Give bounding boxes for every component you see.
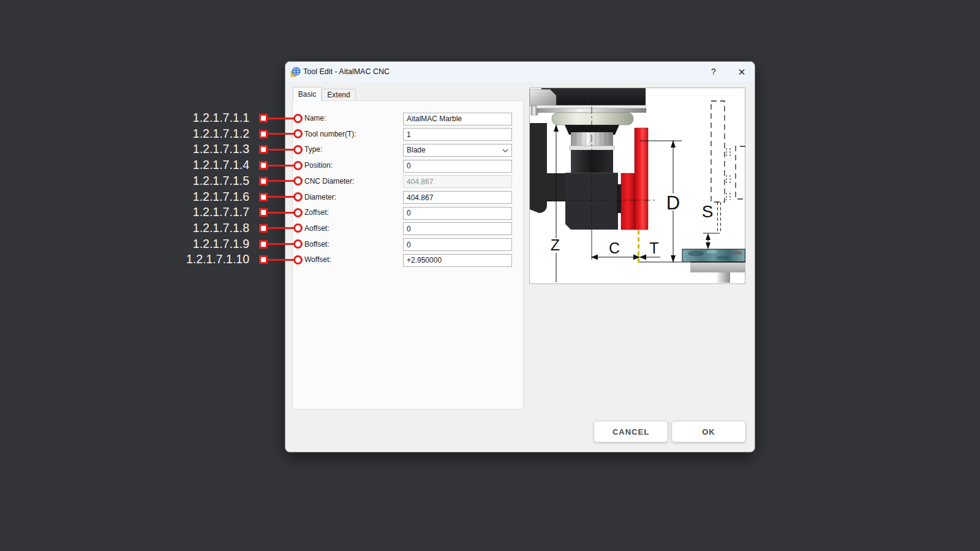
callout-line	[267, 243, 294, 245]
callout-square-marker	[259, 130, 268, 138]
callout-line	[267, 227, 294, 229]
callout-circle-marker	[293, 114, 303, 123]
cancel-button[interactable]: CANCEL	[594, 421, 668, 442]
field-label-type: Type:	[304, 145, 322, 154]
field-label-diameter: Diameter:	[304, 193, 336, 201]
title-bar: Tool Edit - AitalMAC CNC ? ✕	[285, 62, 755, 82]
callout-label: 1.2.1.7.1.2	[193, 127, 249, 141]
ok-button[interactable]: OK	[672, 421, 745, 442]
field-label-aoffset: Aoffset:	[304, 224, 329, 233]
callout-label: 1.2.1.7.1.9	[193, 237, 249, 251]
callout-line	[267, 196, 294, 198]
type-select-value: Blade	[407, 146, 426, 154]
callout-circle-marker	[293, 239, 303, 249]
callout-label: 1.2.1.7.1.5	[193, 174, 249, 188]
callout-square-marker	[259, 145, 268, 154]
callout-square-marker	[259, 161, 268, 170]
callout-line	[267, 180, 294, 182]
dim-label-z: Z	[551, 236, 560, 253]
callout-square-marker	[259, 255, 268, 264]
field-input-aoffset[interactable]	[403, 222, 512, 235]
callout-line	[267, 118, 294, 119]
dim-label-t: T	[649, 239, 658, 257]
callout-circle-marker	[293, 161, 303, 170]
globe-icon	[290, 67, 301, 77]
field-input-cnc-diameter	[403, 175, 512, 188]
callout-line	[267, 165, 294, 167]
callout-label: 1.2.1.7.1.3	[193, 142, 249, 156]
chevron-down-icon	[502, 149, 508, 152]
callout-label: 1.2.1.7.1.10	[186, 252, 249, 266]
field-input-diameter[interactable]	[403, 191, 512, 204]
callout-square-marker	[259, 114, 268, 122]
type-select[interactable]: Blade	[403, 144, 512, 157]
help-button[interactable]: ?	[704, 62, 723, 82]
diagram-image: Z D C T S	[529, 88, 745, 284]
close-button[interactable]: ✕	[733, 62, 751, 82]
callout-label: 1.2.1.7.1.7	[193, 205, 249, 219]
callout-square-marker	[259, 193, 268, 201]
callout-square-marker	[259, 208, 268, 217]
callout-label: 1.2.1.7.1.8	[193, 221, 249, 235]
desktop-background: Tool Edit - AitalMAC CNC ? ✕ Basic Exten…	[0, 0, 980, 551]
field-label-tool-number-t: Tool number(T):	[304, 130, 356, 138]
field-label-woffset: Woffset:	[304, 255, 331, 264]
tab-extend[interactable]: Extend	[322, 89, 356, 101]
field-label-position: Position:	[304, 161, 333, 170]
callout-line	[267, 212, 294, 214]
callout-line	[267, 149, 294, 151]
field-input-woffset[interactable]	[403, 254, 512, 267]
field-input-tool-number-t[interactable]	[403, 128, 512, 141]
callout-label: 1.2.1.7.1.1	[193, 111, 249, 125]
callout-square-marker	[259, 177, 268, 186]
dim-label-s: S	[702, 202, 714, 221]
callout-label: 1.2.1.7.1.4	[193, 158, 249, 172]
field-input-name[interactable]	[403, 113, 512, 126]
callout-circle-marker	[293, 208, 303, 217]
dialog-title: Tool Edit - AitalMAC CNC	[303, 62, 390, 82]
field-label-boffset: Boffset:	[304, 240, 329, 249]
field-label-zoffset: Zoffset:	[304, 208, 329, 217]
callout-circle-marker	[293, 145, 303, 154]
field-label-cnc-diameter: CNC Diameter:	[304, 177, 354, 186]
callout-line	[267, 133, 294, 135]
field-input-boffset[interactable]	[403, 238, 512, 251]
callout-circle-marker	[293, 192, 303, 201]
field-input-zoffset[interactable]	[403, 207, 512, 220]
callout-line	[267, 259, 294, 261]
callout-square-marker	[259, 240, 268, 249]
callout-square-marker	[259, 224, 268, 233]
callout-circle-marker	[293, 255, 303, 264]
field-label-name: Name:	[304, 114, 326, 122]
callout-label: 1.2.1.7.1.6	[193, 190, 249, 204]
dim-label-c: C	[609, 239, 620, 257]
field-input-position[interactable]	[403, 160, 512, 173]
dim-label-d: D	[666, 192, 680, 214]
tab-basic[interactable]: Basic	[293, 87, 322, 101]
tool-edit-dialog: Tool Edit - AitalMAC CNC ? ✕ Basic Exten…	[285, 61, 755, 452]
